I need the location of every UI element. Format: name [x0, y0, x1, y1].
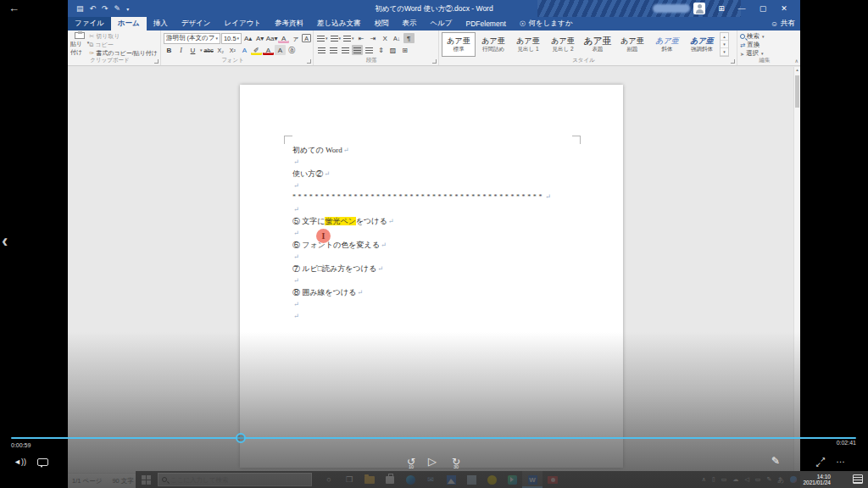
show-paragraph-marks-icon[interactable]: ¶ [403, 33, 415, 43]
clear-formatting-icon[interactable]: A [278, 33, 289, 43]
shading-icon[interactable]: ▨ [387, 45, 398, 55]
app-button[interactable] [461, 471, 481, 488]
restore-button[interactable]: ▢ [754, 0, 772, 17]
text-effects-icon[interactable]: A [239, 45, 250, 55]
more-options-icon[interactable]: … [836, 454, 846, 464]
taskbar-clock[interactable]: 14:10 2021/01/24 [803, 474, 831, 486]
mail-button[interactable]: ✉ [420, 471, 441, 488]
tray-phone-icon[interactable]: ▯ [712, 476, 715, 483]
previous-chevron-icon[interactable]: ‹ [2, 230, 8, 252]
grow-font-icon[interactable]: A▴ [242, 33, 253, 43]
yellow-app-button[interactable] [481, 471, 502, 488]
subscript-icon[interactable]: X₂ [215, 45, 226, 55]
photos-button[interactable] [441, 471, 461, 488]
bold-icon[interactable]: B [164, 45, 175, 55]
share-button[interactable]: ☺ 共有 [771, 17, 795, 30]
copy-button[interactable]: ⧉コピー [89, 41, 158, 49]
file-explorer-button[interactable] [359, 471, 380, 488]
clipboard-dialog-launcher-icon[interactable] [154, 59, 159, 64]
replace-button[interactable]: ⇄置換 [740, 41, 789, 49]
line-spacing-icon[interactable]: ⇕ [376, 45, 387, 55]
styles-dialog-launcher-icon[interactable] [731, 59, 735, 64]
styles-gallery-more-icon[interactable]: ▾ [721, 48, 728, 56]
char-count[interactable]: 90 文字 [112, 477, 133, 485]
taskbar-search-box[interactable] [158, 473, 312, 486]
ime-indicator[interactable]: あ [777, 475, 784, 485]
asian-layout-icon[interactable]: X [380, 33, 391, 43]
green-app-button[interactable] [502, 471, 522, 488]
search-input[interactable] [170, 476, 298, 484]
style-normal[interactable]: あア亜標準 [442, 32, 476, 57]
word-taskbar-button[interactable]: W [522, 471, 542, 488]
change-case-icon[interactable]: Aa▾ [266, 33, 277, 43]
style-emphasis[interactable]: あア亜斜体 [650, 32, 684, 57]
style-intense-emphasis[interactable]: あア亜強調斜体 [685, 32, 719, 57]
task-view-button[interactable]: ❒ [339, 471, 359, 488]
chevron-down-icon[interactable]: ▾ [200, 47, 203, 53]
style-heading1[interactable]: あア亜見出し 1 [511, 32, 545, 57]
find-button[interactable]: 検索▾ [740, 32, 789, 41]
minimize-button[interactable]: — [732, 0, 751, 17]
scrollbar-thumb[interactable] [795, 75, 799, 108]
account-avatar[interactable] [693, 3, 705, 14]
style-title[interactable]: あア亜表題 [581, 32, 615, 57]
start-button[interactable] [142, 475, 151, 485]
timeline-handle[interactable] [236, 433, 246, 443]
tray-color-icon[interactable] [790, 476, 797, 483]
borders-icon[interactable]: ⊞ [399, 45, 410, 55]
strikethrough-icon[interactable]: abc [203, 45, 214, 55]
player-timeline[interactable] [11, 437, 856, 439]
tab-references[interactable]: 参考資料 [268, 17, 310, 30]
player-back-icon[interactable]: ← [8, 2, 19, 14]
font-dialog-launcher-icon[interactable] [307, 59, 311, 64]
tray-monitor-icon[interactable]: ▭ [755, 476, 761, 483]
page-count[interactable]: 1/1 ページ [72, 477, 102, 485]
store-button[interactable] [380, 471, 400, 488]
superscript-icon[interactable]: X² [227, 45, 238, 55]
tab-review[interactable]: 校閲 [367, 17, 395, 30]
forward-30-button[interactable]: ↻30 [449, 456, 463, 469]
tab-home[interactable]: ホーム [111, 17, 147, 30]
justify-icon[interactable] [352, 45, 363, 55]
multilevel-list-icon[interactable]: ▾ [342, 33, 355, 43]
styles-scroll-up-icon[interactable]: ▴ [721, 33, 728, 41]
cortana-button[interactable]: ○ [319, 471, 339, 488]
style-no-spacing[interactable]: あア亜行間詰め [476, 32, 510, 57]
tray-volume-icon[interactable]: ◁ [744, 476, 748, 483]
tab-layout[interactable]: レイアウト [218, 17, 269, 30]
paragraph-dialog-launcher-icon[interactable] [432, 59, 437, 64]
align-left-icon[interactable] [316, 45, 327, 55]
shrink-font-icon[interactable]: A▾ [254, 33, 265, 43]
annotate-pencil-icon[interactable]: ✎ [771, 455, 780, 467]
ruby-icon[interactable]: ァ [290, 33, 301, 43]
subtitles-icon[interactable] [37, 458, 48, 466]
ribbon-display-options-icon[interactable]: ⊞ [712, 0, 731, 17]
tab-pdfelement[interactable]: PDFelement [459, 17, 513, 30]
tab-mailings[interactable]: 差し込み文書 [310, 17, 367, 30]
styles-scroll-down-icon[interactable]: ▾ [721, 41, 728, 48]
font-name-combobox[interactable]: 游明朝 (本文のフ▾ [164, 33, 220, 44]
style-subtitle[interactable]: あア亜副題 [615, 32, 649, 57]
tab-help[interactable]: ヘルプ [423, 17, 459, 30]
tab-view[interactable]: 表示 [395, 17, 423, 30]
document-page[interactable]: 初めての Word↵ ↵ 使い方②↵ ↵ *******************… [240, 85, 623, 468]
align-right-icon[interactable] [340, 45, 351, 55]
tell-me-box[interactable]: ☉ 何をしますか [513, 17, 580, 30]
increase-indent-icon[interactable]: ⇥ [368, 33, 379, 43]
decrease-indent-icon[interactable]: ⇤ [356, 33, 367, 43]
show-hidden-icons[interactable]: ∧ [702, 476, 706, 483]
italic-icon[interactable]: I [175, 45, 186, 55]
scroll-up-icon[interactable]: ▴ [796, 67, 798, 72]
play-button[interactable]: ▷ [428, 455, 437, 468]
tab-insert[interactable]: 挿入 [147, 17, 175, 30]
tab-design[interactable]: デザイン [175, 17, 218, 30]
cut-button[interactable]: ✂切り取り [89, 32, 158, 41]
underline-icon[interactable]: U [187, 45, 198, 55]
character-shading-icon[interactable]: A [275, 45, 286, 55]
collapse-ribbon-icon[interactable]: ∧ [795, 58, 798, 64]
style-heading2[interactable]: あア亜見出し 2 [546, 32, 580, 57]
tray-screen-icon[interactable]: ▭ [721, 476, 727, 483]
vertical-scrollbar[interactable]: ▴ [793, 67, 800, 473]
edge-button[interactable] [400, 471, 420, 488]
fullscreen-toggle-icon[interactable]: ↗↙ [815, 458, 826, 468]
